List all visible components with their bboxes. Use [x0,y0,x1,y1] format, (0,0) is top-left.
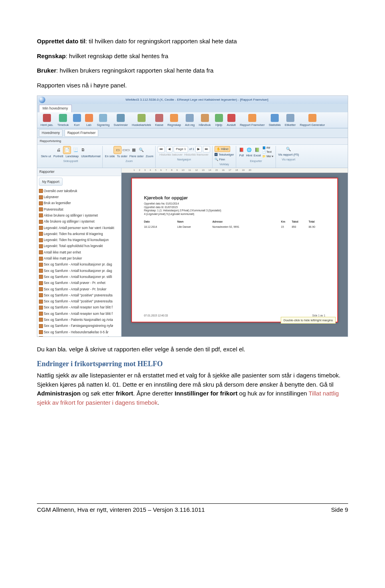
list-item[interactable]: Sex og Samfunn - Antall resepter som har… [37,311,121,317]
list-item[interactable]: Sex og Samfunn - Helseundersøkelse 5-20 … [37,335,121,336]
list-item[interactable]: Sex og Samfunn - Antall konsultasjoner p… [37,268,121,274]
footer-right: Side 9 [331,505,348,515]
ribbon-label: Hent pas. [41,123,53,127]
table-cell: 15 [281,225,292,229]
list-item[interactable]: Legevakt: Antall personer som har vært i… [37,225,121,231]
print-icon[interactable]: 🖨 [55,147,62,153]
list-item[interactable]: Sex og Samfunn - Antall prøver - Pr. bru… [37,286,121,292]
lbl-hand: Hånd [221,147,228,151]
first-page-button[interactable]: ⏮ [158,146,165,152]
multi-page-icon[interactable]: ▦ [130,147,137,153]
ribbon-item[interactable]: Statistikk [267,114,282,127]
more-export[interactable]: 📁 Mer ▾ [262,154,274,159]
list-item[interactable]: Sex og Samfunn - Antall konsultasjoner p… [37,274,121,280]
ribbon-icon [286,114,294,122]
table-cell: Lille Danser [177,225,212,229]
next-page-button[interactable]: ▶ [195,146,202,152]
zoom-icon[interactable]: 🔍 [138,147,144,153]
ribbon-item[interactable]: Signering [95,114,111,127]
secondary-tabs: Hovedmeny Rapport Framviser [37,128,348,138]
ribbon-item[interactable]: Etiketter [283,114,298,127]
list-item[interactable]: Sex og Samfunn - Antall "positive" prøve… [37,299,121,305]
pdf-icon[interactable]: 📕 [238,147,245,153]
rtf-export[interactable]: 📘 Rtf [262,146,274,150]
list-item[interactable]: Alle brukere og stillinger i systemet [37,219,121,225]
list-item[interactable]: Legevakt: Tiden fra ankomst til triageri… [37,231,121,237]
ribbon-item[interactable]: Avslutt [225,114,237,127]
list-item[interactable]: Sex og Samfunn - Helseundersøkelse 0-5 å… [37,329,121,335]
ribbon-item[interactable]: Regnskap [166,114,183,127]
two-page-icon[interactable]: ▭▭ [123,147,129,153]
list-item[interactable]: Sex og Samfunn - Antall "positive" prøve… [37,292,121,298]
ribbon-item[interactable]: Huskekartotek [130,114,153,127]
list-item[interactable]: Aktive brukere og stillinger i systemet [37,213,121,219]
ribbon-label: Korr [74,123,80,127]
one-page-icon[interactable]: ▭ [114,147,121,153]
ribbon-item[interactable]: Kasse [154,114,165,127]
group-skriv-ut: 🖨 📄 📃 🗎 Skriv ut Portrett Landskap Utskr… [39,146,103,168]
lbl-vis: Vis rapport (F5) [278,152,299,157]
ribbon-item[interactable]: Hjelp [213,114,225,127]
list-item[interactable]: Bruk av legemidler [37,201,121,207]
tab-hovedmeny[interactable]: Hovedmeny [39,129,63,137]
list-item[interactable]: Legevakt: Tiden fra triagering til konsu… [37,237,121,243]
page-footer: CGM Allmenn, Hva er nytt, vinteren 2015 … [0,503,385,527]
list-item[interactable]: Sex og Samfunn - Antall resepter som har… [37,305,121,311]
ribbon-item[interactable]: Rapport Framviser [238,114,266,127]
ribbon-label: Kasse [155,123,164,127]
ribbon-icon [227,114,235,122]
lbl-utskrift: Utskriftsformat [81,154,100,158]
intro1-rest: : til hvilken dato for regningskort rapp… [85,38,237,45]
page-indicator[interactable]: Page 1 [174,146,188,152]
text-export[interactable]: 📄 Text [262,150,274,154]
landscape-icon[interactable]: 📃 [72,147,79,153]
intro-line-3: Bruker: hvilken brukers regningskort rap… [37,66,348,75]
new-report-button[interactable]: Ny Rapport [39,178,63,186]
intro2-rest: : hvilket regnskap dette skal hentes fra [66,53,168,59]
lbl-of: of 1 [189,147,195,151]
magnify-icon[interactable]: 🔍 [285,146,292,152]
last-page-button[interactable]: ⏭ [203,146,210,152]
ribbon-label: Timebok [57,123,69,127]
list-item[interactable]: Sex og Samfunn - Førstegangsregistrering… [37,323,121,329]
hand-tool[interactable]: ✋ Hånd [215,146,230,152]
list-item[interactable]: Antall ikke møtt per bruker [37,256,121,262]
list-item[interactable]: Oversikt over takstbruk [37,188,121,194]
app-screenshot: WinMed3 3.112.5336.0 (X, Cecilie - ERese… [37,95,348,337]
excel-icon[interactable]: 📗 [254,147,260,153]
tab-min-hovedmeny[interactable]: Min hovedmeny [39,105,72,112]
ribbon-icon [215,114,223,122]
ribbon-item[interactable]: Svarinnskr [112,114,129,127]
ribbon-item[interactable]: Timebok [56,114,70,127]
ribbon-icon [73,114,81,122]
table-cell: Nomadeveien 92, 9991 [212,225,281,229]
prev-page-button[interactable]: ◀ [166,146,172,152]
ruler-tick: 20 [249,168,251,172]
list-item[interactable]: Sex og Samfunn - Antall prøver - Pr. enh… [37,280,121,286]
text-select-tool[interactable]: 🅰 Tekstvelger [215,152,234,157]
portrait-icon[interactable]: 📄 [64,147,70,153]
ribbon-item[interactable]: Håndbok [197,114,213,127]
ribbon-item[interactable]: Lab [83,114,95,127]
ribbon-label: Håndbok [199,123,211,127]
tab-rapport-framviser[interactable]: Rapport Framviser [65,129,98,137]
list-item[interactable]: Legevakt: Total oppholdstid hos legevakt [37,243,121,249]
heading-frikort: Endringer i frikortspørring mot HELFO [37,359,348,369]
ruler-tick: 1 [134,168,135,172]
orb-icon [39,97,45,103]
list-item[interactable]: Sex og Samfunn - Patients Nasjonalitet o… [37,317,121,323]
list-item[interactable]: Prøveresultat [37,207,121,213]
list-item[interactable]: Sex og Samfunn - Antall konsultasjoner p… [37,262,121,268]
ribbon-item[interactable]: Hent pas. [39,114,55,127]
ribbon-item[interactable]: Rapport Generator [298,114,327,127]
ribbon-icon [271,114,279,122]
print-format-icon[interactable]: 🗎 [80,147,86,153]
p2-f: Innstillinger for frikort [174,390,237,397]
grouplbl-sideoppsett: Sideoppsett [63,159,78,164]
ribbon-item[interactable]: Adr.reg [183,114,196,127]
list-item[interactable]: Antall ikke møtt per enhet [37,249,121,255]
html-icon[interactable]: 🌐 [246,147,252,153]
ribbon-item[interactable]: Korr [71,114,83,127]
find-tool[interactable]: 🔍 Finn [215,157,225,162]
list-item[interactable]: Labprøver [37,195,121,201]
